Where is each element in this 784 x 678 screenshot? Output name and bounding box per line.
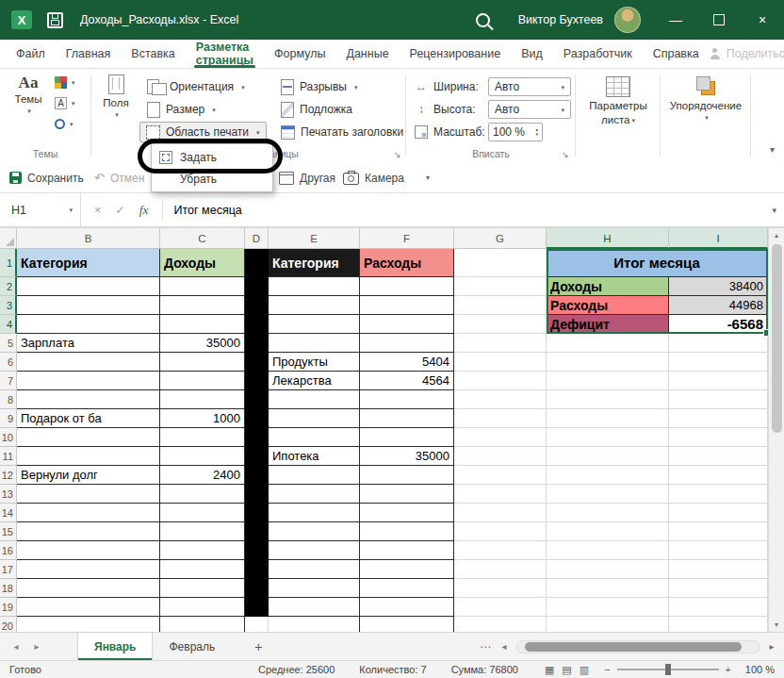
cell-E16[interactable] — [269, 541, 360, 560]
column-header-G[interactable]: G — [454, 228, 547, 249]
cell-G16[interactable] — [454, 541, 547, 560]
cell-B3[interactable] — [17, 296, 160, 315]
theme-colors-button[interactable]: ▾ — [55, 74, 75, 90]
expand-formula-bar-icon[interactable]: ▾ — [772, 206, 776, 215]
scroll-up-icon[interactable]: ▴ — [775, 231, 778, 240]
zoom-slider-thumb[interactable] — [665, 664, 671, 675]
cell-I10[interactable] — [669, 428, 768, 447]
tab-developer[interactable]: Разработчик — [553, 40, 643, 68]
cell-C14[interactable] — [160, 504, 245, 522]
cell-F3[interactable] — [360, 296, 454, 315]
cell-H12[interactable] — [547, 466, 669, 485]
cell-C4[interactable] — [160, 315, 245, 334]
cell-H16[interactable] — [547, 541, 669, 560]
cell-I8[interactable] — [669, 390, 768, 409]
cell-E12[interactable] — [269, 466, 360, 485]
cell-F5[interactable] — [360, 334, 454, 353]
cell-B16[interactable] — [17, 541, 160, 560]
select-all-corner[interactable] — [0, 228, 17, 249]
orientation-button[interactable]: Ориентация ▾ — [141, 76, 251, 97]
cell-G10[interactable] — [454, 428, 547, 447]
cell-F4[interactable] — [360, 315, 454, 334]
row-header-11[interactable]: 11 — [0, 447, 17, 466]
cell-I14[interactable] — [669, 504, 768, 522]
cell-G3[interactable] — [454, 296, 547, 315]
cell-F13[interactable] — [360, 485, 454, 504]
cell-G9[interactable] — [454, 409, 547, 428]
cell-D15[interactable] — [245, 522, 269, 541]
column-header-B[interactable]: B — [17, 228, 160, 249]
cell-D17[interactable] — [245, 560, 269, 579]
cell-F12[interactable] — [360, 466, 454, 485]
cell-E17[interactable] — [269, 560, 360, 579]
row-header-6[interactable]: 6 — [0, 353, 17, 372]
cell-B11[interactable] — [17, 447, 160, 466]
vertical-scrollbar[interactable]: ▴ ▾ — [768, 228, 784, 632]
cell-I17[interactable] — [669, 560, 768, 579]
save-icon[interactable] — [47, 12, 63, 28]
spin-down-icon[interactable]: ▾ — [535, 132, 538, 137]
cell-E3[interactable] — [269, 296, 360, 315]
watermark-button[interactable]: Подложка — [275, 99, 358, 120]
cell-F10[interactable] — [360, 428, 454, 447]
cell-D1[interactable] — [245, 249, 269, 277]
print-titles-button[interactable]: Печатать заголовки — [275, 122, 409, 142]
cancel-icon[interactable]: × — [94, 204, 101, 217]
arrange-button[interactable]: Упорядочение ▾ — [663, 76, 748, 121]
cell-H5[interactable] — [547, 334, 669, 353]
tab-formulas[interactable]: Формулы — [264, 40, 335, 68]
cell-I4[interactable]: -6568 — [669, 315, 768, 334]
cell-D7[interactable] — [245, 372, 269, 390]
cell-H19[interactable] — [547, 598, 669, 617]
menu-item-clear-print-area[interactable]: Убрать — [152, 168, 272, 190]
cell-E2[interactable] — [269, 277, 360, 296]
cell-I19[interactable] — [669, 598, 768, 617]
cell-B13[interactable] — [17, 485, 160, 504]
cell-C12[interactable]: 2400 — [160, 466, 245, 485]
cell-E13[interactable] — [269, 485, 360, 504]
cell-F1[interactable]: Расходы — [360, 249, 454, 277]
cell-H6[interactable] — [547, 353, 669, 372]
cell-H14[interactable] — [547, 504, 669, 522]
cell-D4[interactable] — [245, 315, 269, 334]
row-header-1[interactable]: 1 — [0, 249, 17, 277]
cell-H2[interactable]: Доходы — [547, 277, 669, 296]
cell-C6[interactable] — [160, 353, 245, 372]
cell-C18[interactable] — [160, 579, 245, 598]
page-setup-launcher-icon[interactable]: ↘ — [394, 150, 401, 159]
cell-E14[interactable] — [269, 504, 360, 522]
cell-F14[interactable] — [360, 504, 454, 522]
row-header-7[interactable]: 7 — [0, 372, 17, 390]
cell-I5[interactable] — [669, 334, 768, 353]
cell-H20[interactable] — [547, 617, 669, 632]
row-header-3[interactable]: 3 — [0, 296, 17, 315]
cell-D3[interactable] — [245, 296, 269, 315]
avatar[interactable] — [614, 7, 641, 33]
cell-I3[interactable]: 44968 — [669, 296, 768, 315]
cell-I7[interactable] — [669, 372, 768, 390]
cell-I9[interactable] — [669, 409, 768, 428]
cell-E15[interactable] — [269, 522, 360, 541]
close-button[interactable]: × — [741, 0, 784, 40]
cell-C15[interactable] — [160, 522, 245, 541]
tab-home[interactable]: Главная — [56, 40, 122, 68]
print-area-button[interactable]: Область печати ▾ — [139, 122, 267, 142]
cell-I13[interactable] — [669, 485, 768, 504]
cell-F11[interactable]: 35000 — [360, 447, 454, 466]
cell-C1[interactable]: Доходы — [160, 249, 245, 277]
column-header-C[interactable]: C — [160, 228, 245, 249]
column-header-D[interactable]: D — [245, 228, 269, 249]
cell-D6[interactable] — [245, 353, 269, 372]
cell-G4[interactable] — [454, 315, 547, 334]
cell-B2[interactable] — [17, 277, 160, 296]
cell-C8[interactable] — [160, 390, 245, 409]
cell-E11[interactable]: Ипотека — [269, 447, 360, 466]
cell-H15[interactable] — [547, 522, 669, 541]
cell-D14[interactable] — [245, 504, 269, 522]
row-header-2[interactable]: 2 — [0, 277, 17, 296]
cell-I15[interactable] — [669, 522, 768, 541]
cell-C9[interactable]: 1000 — [160, 409, 245, 428]
cell-D2[interactable] — [245, 277, 269, 296]
margins-button[interactable]: Поля ▾ — [94, 74, 138, 118]
cell-F7[interactable]: 4564 — [360, 372, 454, 390]
